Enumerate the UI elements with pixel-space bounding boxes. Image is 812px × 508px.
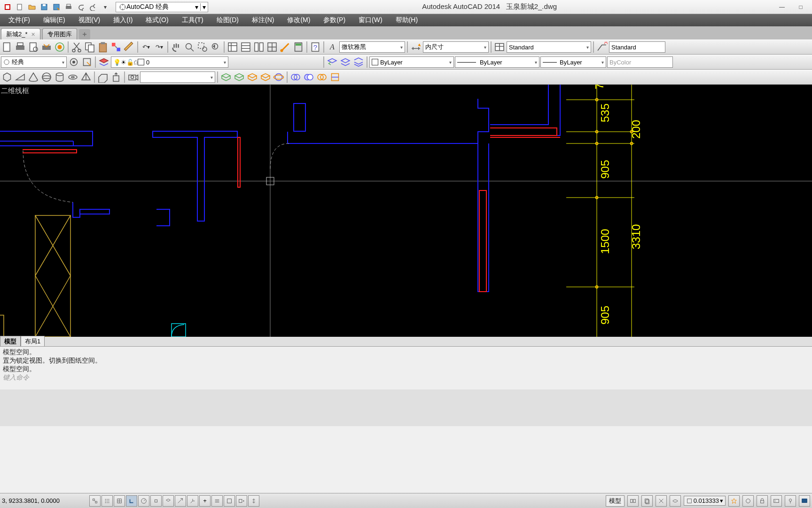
menu-draw[interactable]: 绘图(D) bbox=[210, 14, 245, 26]
iso-sw-icon[interactable] bbox=[220, 71, 232, 83]
pan-icon[interactable] bbox=[170, 41, 182, 53]
grid-icon[interactable] bbox=[114, 495, 125, 507]
brush-icon[interactable] bbox=[123, 41, 135, 53]
clean-screen-icon[interactable] bbox=[799, 495, 810, 507]
dwf-icon[interactable] bbox=[54, 41, 66, 53]
menu-format[interactable]: 格式(O) bbox=[139, 14, 175, 26]
polysolid-icon[interactable] bbox=[97, 71, 109, 83]
toolbar-lock-icon[interactable] bbox=[757, 495, 768, 507]
workspace-switcher[interactable]: AutoCAD 经典 ▾ ▾ bbox=[116, 2, 208, 12]
iso-se-icon[interactable] bbox=[233, 71, 245, 83]
model-space-button[interactable]: 模型 bbox=[606, 495, 625, 507]
torus-icon[interactable] bbox=[67, 71, 79, 83]
polar-icon[interactable] bbox=[138, 495, 149, 507]
command-input[interactable]: 键入命令 bbox=[3, 373, 809, 381]
publish-icon[interactable] bbox=[40, 41, 53, 53]
annotation-scale-icon[interactable] bbox=[656, 495, 667, 507]
menu-dimension[interactable]: 标注(N) bbox=[245, 14, 281, 26]
infer-constraints-icon[interactable] bbox=[89, 495, 101, 507]
preview-icon[interactable] bbox=[27, 41, 39, 53]
table-style-icon[interactable] bbox=[493, 41, 506, 53]
doc-tab-active[interactable]: 新城2_* × bbox=[1, 28, 40, 40]
saveas-icon[interactable] bbox=[52, 2, 61, 12]
dim-style-icon[interactable] bbox=[410, 41, 422, 53]
qp-icon[interactable] bbox=[236, 495, 247, 507]
model-tab[interactable]: 模型 bbox=[0, 336, 21, 347]
text-style-icon[interactable]: A bbox=[326, 41, 338, 53]
maximize-icon[interactable]: □ bbox=[796, 2, 805, 12]
copy-icon[interactable] bbox=[84, 41, 96, 53]
zoom-icon[interactable] bbox=[183, 41, 195, 53]
design-center-icon[interactable] bbox=[266, 41, 278, 53]
quickview-layouts-icon[interactable] bbox=[627, 495, 639, 507]
slice-icon[interactable] bbox=[329, 71, 341, 83]
qat-dropdown-icon[interactable]: ▾ bbox=[101, 2, 110, 12]
annotation-visibility-icon[interactable] bbox=[670, 495, 681, 507]
workspace-settings-icon[interactable] bbox=[68, 56, 80, 68]
minimize-icon[interactable]: — bbox=[777, 2, 787, 12]
tpy-icon[interactable] bbox=[224, 495, 235, 507]
undo-icon[interactable]: ↶▾ bbox=[140, 41, 152, 53]
layer-previous-icon[interactable] bbox=[326, 56, 338, 68]
menu-file[interactable]: 文件(F) bbox=[2, 14, 37, 26]
intersect-icon[interactable] bbox=[316, 71, 328, 83]
menu-window[interactable]: 窗口(W) bbox=[352, 14, 389, 26]
menu-parametric[interactable]: 参数(P) bbox=[317, 14, 352, 26]
hardware-accel-icon[interactable] bbox=[771, 495, 782, 507]
quickview-drawings-icon[interactable] bbox=[641, 495, 653, 507]
open-icon[interactable] bbox=[27, 2, 37, 12]
workspace-dd[interactable]: 经典▾ bbox=[1, 56, 67, 68]
orbit-icon[interactable] bbox=[273, 71, 285, 83]
sheet-set-icon[interactable] bbox=[240, 41, 252, 53]
otrack-icon[interactable] bbox=[175, 495, 186, 507]
lwt-icon[interactable] bbox=[211, 495, 223, 507]
box-icon[interactable] bbox=[1, 71, 13, 83]
dyn-icon[interactable]: + bbox=[199, 495, 211, 507]
cut-icon[interactable] bbox=[70, 41, 83, 53]
match-icon[interactable] bbox=[110, 41, 122, 53]
layer-properties-icon[interactable] bbox=[98, 56, 110, 68]
menu-help[interactable]: 帮助(H) bbox=[389, 14, 424, 26]
tool-palette-icon[interactable] bbox=[253, 41, 265, 53]
cylinder-icon[interactable] bbox=[54, 71, 66, 83]
layout-tab[interactable]: 布局1 bbox=[21, 336, 45, 347]
union-icon[interactable] bbox=[289, 71, 302, 83]
menu-view[interactable]: 视图(V) bbox=[72, 14, 107, 26]
dim-selector[interactable]: 内尺寸▾ bbox=[423, 41, 489, 53]
font-selector[interactable]: 微软雅黑▾ bbox=[339, 41, 405, 53]
workspace-switch-icon[interactable] bbox=[742, 495, 754, 507]
pyramid-icon[interactable] bbox=[80, 71, 92, 83]
print-icon[interactable] bbox=[14, 41, 26, 53]
layer-selector[interactable]: 💡 ☀ 🔓 ⎙ 0 ▾ bbox=[111, 56, 228, 68]
extrude-icon[interactable] bbox=[110, 71, 122, 83]
menu-edit[interactable]: 编辑(E) bbox=[37, 14, 72, 26]
wedge-icon[interactable] bbox=[14, 71, 26, 83]
doc-tab[interactable]: 专用图库 bbox=[42, 28, 77, 40]
properties-icon[interactable] bbox=[226, 41, 239, 53]
cone-icon[interactable] bbox=[27, 71, 39, 83]
view-selector[interactable]: ▾ bbox=[140, 71, 215, 83]
print-icon[interactable] bbox=[64, 2, 73, 12]
drawing-canvas[interactable]: 二维线框 bbox=[0, 85, 812, 337]
customize-icon[interactable] bbox=[81, 56, 93, 68]
color-selector[interactable]: ByLayer▾ bbox=[369, 56, 454, 68]
zoom-window-icon[interactable] bbox=[196, 41, 209, 53]
help-icon[interactable]: ? bbox=[309, 41, 321, 53]
linetype-selector[interactable]: ByLayer▾ bbox=[455, 56, 539, 68]
redo-icon[interactable]: ↷▾ bbox=[153, 41, 165, 53]
app-menu-icon[interactable] bbox=[3, 2, 12, 12]
annotation-auto-icon[interactable] bbox=[728, 495, 740, 507]
osnap-icon[interactable] bbox=[150, 495, 162, 507]
undo-icon[interactable] bbox=[76, 2, 86, 12]
sphere-icon[interactable] bbox=[40, 71, 53, 83]
new-file-icon[interactable] bbox=[1, 41, 13, 53]
iso-nw-icon[interactable] bbox=[259, 71, 272, 83]
iso-ne-icon[interactable] bbox=[246, 71, 258, 83]
redo-icon[interactable] bbox=[88, 2, 98, 12]
sc-icon[interactable] bbox=[248, 495, 259, 507]
paste-icon[interactable] bbox=[97, 41, 109, 53]
3dosnap-icon[interactable] bbox=[163, 495, 174, 507]
tab-close-icon[interactable]: × bbox=[31, 31, 35, 38]
menu-tools[interactable]: 工具(T) bbox=[175, 14, 210, 26]
ortho-icon[interactable] bbox=[126, 495, 137, 507]
